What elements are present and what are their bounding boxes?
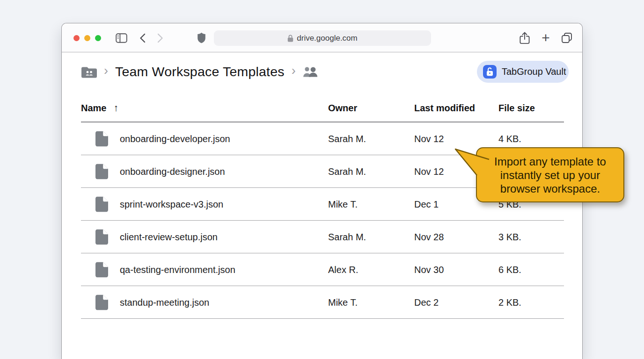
last-modified-cell: Nov 12: [414, 166, 444, 177]
breadcrumb-separator-2: ›: [292, 65, 296, 79]
file-icon: [95, 229, 108, 244]
last-modified-cell: Nov 28: [414, 231, 444, 242]
owner-cell: Alex R.: [328, 264, 358, 275]
new-tab-plus-icon[interactable]: +: [540, 23, 552, 52]
breadcrumb: › Team Workspace Templates ›: [81, 61, 318, 83]
url-text: drive.google.com: [297, 34, 357, 43]
sort-ascending-icon: ↑: [113, 102, 118, 114]
file-icon: [95, 262, 108, 277]
tooltip-line: Import any template to: [494, 155, 606, 168]
column-header-name[interactable]: Name ↑: [81, 102, 118, 114]
tabgroup-vault-button[interactable]: TabGroup Vault: [477, 61, 569, 83]
forward-icon[interactable]: [155, 23, 165, 52]
last-modified-cell: Nov 30: [414, 264, 444, 275]
file-name-cell: sprint-workspace-v3.json: [120, 199, 223, 209]
column-header-size[interactable]: File size: [498, 103, 535, 114]
tab-overview-icon[interactable]: [561, 23, 573, 52]
table-row[interactable]: client-review-setup.json Sarah M. Nov 28…: [81, 221, 564, 253]
close-window-button[interactable]: [73, 35, 80, 41]
tooltip-line: instantly set up your: [500, 169, 600, 181]
owner-cell: Mike T.: [328, 297, 358, 308]
owner-cell: Sarah M.: [328, 133, 366, 144]
file-table: Name ↑ Owner Last modified File size onb…: [81, 94, 564, 319]
file-name-cell: onboarding-designer.json: [120, 166, 225, 177]
file-name-cell: qa-testing-environment.json: [120, 264, 235, 275]
table-row[interactable]: standup-meeting.json Mike T. Dec 2 2 KB.: [81, 286, 564, 319]
people-icon[interactable]: [303, 66, 318, 77]
file-size-cell: 3 KB.: [498, 231, 521, 242]
tooltip-line: browser workspace.: [500, 182, 600, 195]
breadcrumb-separator: ›: [104, 65, 108, 79]
plus-glyph: +: [542, 30, 550, 46]
traffic-lights: [73, 35, 101, 41]
back-icon[interactable]: [137, 23, 147, 52]
file-name-cell: client-review-setup.json: [120, 231, 218, 242]
address-bar[interactable]: drive.google.com: [214, 30, 431, 46]
vault-button-label: TabGroup Vault: [502, 66, 566, 77]
owner-cell: Sarah M.: [328, 231, 366, 242]
file-name-cell: standup-meeting.json: [120, 297, 209, 308]
last-modified-cell: Nov 12: [414, 133, 444, 144]
browser-toolbar: drive.google.com +: [62, 23, 582, 52]
file-icon: [95, 164, 108, 179]
share-icon[interactable]: [519, 23, 531, 52]
file-size-cell: 2 KB.: [498, 297, 521, 308]
open-lock-icon: [483, 65, 497, 79]
privacy-shield-icon[interactable]: [196, 23, 206, 52]
zoom-window-button[interactable]: [95, 35, 101, 41]
column-header-owner[interactable]: Owner: [328, 103, 357, 114]
file-size-cell: 6 KB.: [498, 264, 521, 275]
minimize-window-button[interactable]: [84, 35, 90, 41]
column-header-modified[interactable]: Last modified: [414, 103, 475, 114]
owner-cell: Mike T.: [328, 199, 358, 209]
column-label-name: Name: [81, 103, 106, 114]
last-modified-cell: Dec 2: [414, 297, 439, 308]
table-row[interactable]: qa-testing-environment.json Alex R. Nov …: [81, 253, 564, 286]
file-icon: [95, 294, 108, 310]
tooltip-tail-pointer: [447, 140, 503, 182]
shared-folder-icon[interactable]: [81, 65, 97, 78]
file-name-cell: onboarding-developer.json: [120, 133, 230, 144]
file-icon: [95, 196, 108, 212]
sidebar-icon[interactable]: [114, 23, 128, 52]
last-modified-cell: Dec 1: [414, 199, 439, 209]
owner-cell: Sarah M.: [328, 166, 366, 177]
file-icon: [95, 131, 108, 146]
table-header: Name ↑ Owner Last modified File size: [81, 94, 564, 122]
page-title[interactable]: Team Workspace Templates: [115, 64, 285, 79]
lock-icon: [287, 35, 293, 42]
